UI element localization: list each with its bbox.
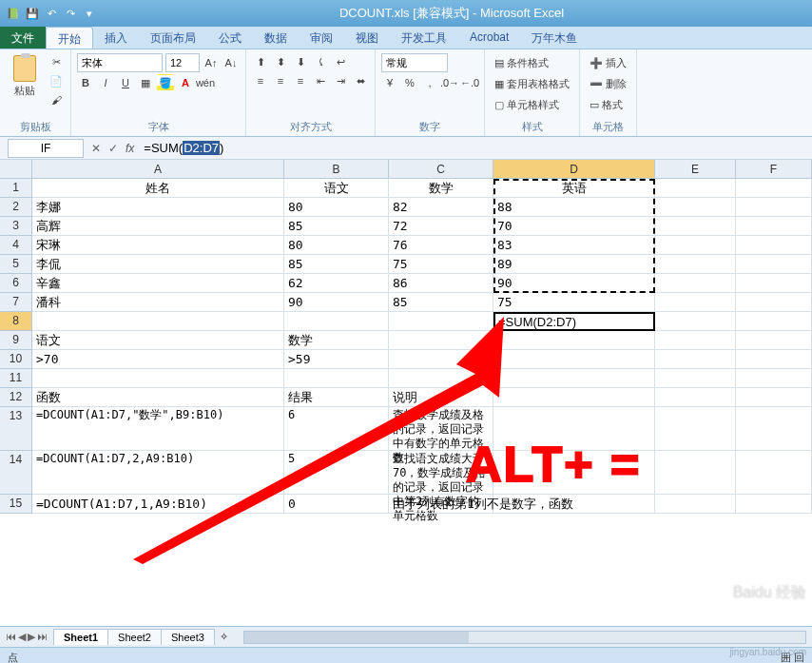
- tab-formulas[interactable]: 公式: [207, 27, 253, 49]
- cell-C7[interactable]: 85: [389, 293, 493, 312]
- cell-D4[interactable]: 83: [493, 236, 655, 255]
- row-header-12[interactable]: 12: [0, 388, 32, 407]
- align-right-icon[interactable]: ≡: [292, 72, 309, 89]
- underline-icon[interactable]: U: [117, 74, 134, 91]
- cell-A2[interactable]: 李娜: [32, 198, 284, 217]
- cut-icon[interactable]: ✂: [48, 53, 65, 70]
- cell-E11[interactable]: [655, 369, 736, 388]
- align-top-icon[interactable]: ⬆: [252, 53, 269, 70]
- cell-A14[interactable]: =DCOUNT(A1:D7,2,A9:B10): [32, 451, 284, 495]
- row-header-15[interactable]: 15: [0, 495, 32, 514]
- cell-A1[interactable]: 姓名: [32, 179, 284, 198]
- tab-home[interactable]: 开始: [46, 27, 93, 49]
- align-bottom-icon[interactable]: ⬇: [292, 53, 309, 70]
- cell-B12[interactable]: 结果: [284, 388, 389, 407]
- sheet-tab-2[interactable]: Sheet2: [107, 629, 162, 645]
- currency-icon[interactable]: ¥: [381, 74, 398, 91]
- cell-F1[interactable]: [736, 179, 812, 198]
- format-painter-icon[interactable]: 🖌: [48, 91, 65, 108]
- cell-C8[interactable]: [389, 312, 493, 331]
- cell-F14[interactable]: [736, 451, 812, 495]
- row-header-13[interactable]: 13: [0, 407, 32, 451]
- merge-icon[interactable]: ⬌: [352, 72, 369, 89]
- fx-icon[interactable]: fx: [122, 142, 138, 155]
- cell-C6[interactable]: 86: [389, 274, 493, 293]
- cell-F7[interactable]: [736, 293, 812, 312]
- cell-B13[interactable]: 6: [284, 407, 389, 451]
- cell-E15[interactable]: [655, 495, 736, 514]
- tab-dev[interactable]: 开发工具: [390, 27, 458, 49]
- tab-data[interactable]: 数据: [253, 27, 299, 49]
- cell-E1[interactable]: [655, 179, 736, 198]
- row-header-10[interactable]: 10: [0, 350, 32, 369]
- cell-A12[interactable]: 函数: [32, 388, 284, 407]
- cell-D8[interactable]: [493, 312, 655, 331]
- cell-D1[interactable]: 英语: [493, 179, 655, 198]
- cell-B2[interactable]: 80: [284, 198, 389, 217]
- bold-icon[interactable]: B: [77, 74, 94, 91]
- row-header-3[interactable]: 3: [0, 217, 32, 236]
- cell-D10[interactable]: [493, 350, 655, 369]
- cell-E12[interactable]: [655, 388, 736, 407]
- cell-D9[interactable]: [493, 331, 655, 350]
- conditional-format-button[interactable]: ▤条件格式: [491, 53, 552, 72]
- tab-file[interactable]: 文件: [0, 27, 46, 49]
- cell-D2[interactable]: 88: [493, 198, 655, 217]
- align-center-icon[interactable]: ≡: [272, 72, 289, 89]
- cell-A15[interactable]: =DCOUNT(A1:D7,1,A9:B10): [32, 495, 284, 514]
- cell-E4[interactable]: [655, 236, 736, 255]
- orientation-icon[interactable]: ⤹: [312, 53, 329, 70]
- font-color-icon[interactable]: A: [177, 74, 194, 91]
- cell-E8[interactable]: [655, 312, 736, 331]
- cell-A10[interactable]: >70: [32, 350, 284, 369]
- cell-C12[interactable]: 说明: [389, 388, 493, 407]
- insert-cells-button[interactable]: ➕插入: [586, 53, 630, 72]
- row-header-8[interactable]: 8: [0, 312, 32, 331]
- tab-insert[interactable]: 插入: [93, 27, 139, 49]
- row-header-7[interactable]: 7: [0, 293, 32, 312]
- format-cells-button[interactable]: ▭格式: [586, 95, 627, 114]
- cell-E3[interactable]: [655, 217, 736, 236]
- cell-C3[interactable]: 72: [389, 217, 493, 236]
- tab-nav-next-icon[interactable]: ▶: [28, 631, 35, 643]
- border-icon[interactable]: ▦: [137, 74, 154, 91]
- tab-acrobat[interactable]: Acrobat: [458, 27, 520, 49]
- cell-E14[interactable]: [655, 451, 736, 495]
- col-header-E[interactable]: E: [655, 160, 736, 179]
- cell-D15[interactable]: [493, 495, 655, 514]
- undo-icon[interactable]: ↶: [44, 6, 59, 21]
- cell-C4[interactable]: 76: [389, 236, 493, 255]
- col-header-F[interactable]: F: [736, 160, 812, 179]
- enter-icon[interactable]: ✓: [105, 142, 122, 155]
- increase-font-icon[interactable]: A↑: [203, 54, 220, 71]
- cell-F8[interactable]: [736, 312, 812, 331]
- new-sheet-icon[interactable]: ✧: [214, 631, 234, 643]
- cell-E7[interactable]: [655, 293, 736, 312]
- decrease-font-icon[interactable]: A↓: [222, 54, 240, 71]
- cell-F2[interactable]: [736, 198, 812, 217]
- cell-A3[interactable]: 高辉: [32, 217, 284, 236]
- align-middle-icon[interactable]: ⬍: [272, 53, 289, 70]
- sheet-tab-3[interactable]: Sheet3: [161, 629, 215, 645]
- worksheet-grid[interactable]: A B C D E F 1姓名语文数学英语2李娜8082883高辉8572704…: [0, 160, 812, 626]
- cell-C5[interactable]: 75: [389, 255, 493, 274]
- cell-E2[interactable]: [655, 198, 736, 217]
- cell-B3[interactable]: 85: [284, 217, 389, 236]
- copy-icon[interactable]: 📄: [48, 72, 65, 89]
- cell-B15[interactable]: 0: [284, 495, 389, 514]
- paste-button[interactable]: 粘贴: [6, 53, 44, 99]
- row-header-4[interactable]: 4: [0, 236, 32, 255]
- cell-D3[interactable]: 70: [493, 217, 655, 236]
- italic-icon[interactable]: I: [97, 74, 114, 91]
- row-header-9[interactable]: 9: [0, 331, 32, 350]
- tab-layout[interactable]: 页面布局: [139, 27, 207, 49]
- cell-C1[interactable]: 数学: [389, 179, 493, 198]
- table-format-button[interactable]: ▦套用表格格式: [491, 74, 573, 93]
- percent-icon[interactable]: %: [401, 74, 418, 91]
- font-name-select[interactable]: [77, 53, 163, 72]
- qat-more-icon[interactable]: ▾: [82, 6, 97, 21]
- cell-F5[interactable]: [736, 255, 812, 274]
- name-box[interactable]: IF: [8, 139, 84, 158]
- cell-E6[interactable]: [655, 274, 736, 293]
- cell-F4[interactable]: [736, 236, 812, 255]
